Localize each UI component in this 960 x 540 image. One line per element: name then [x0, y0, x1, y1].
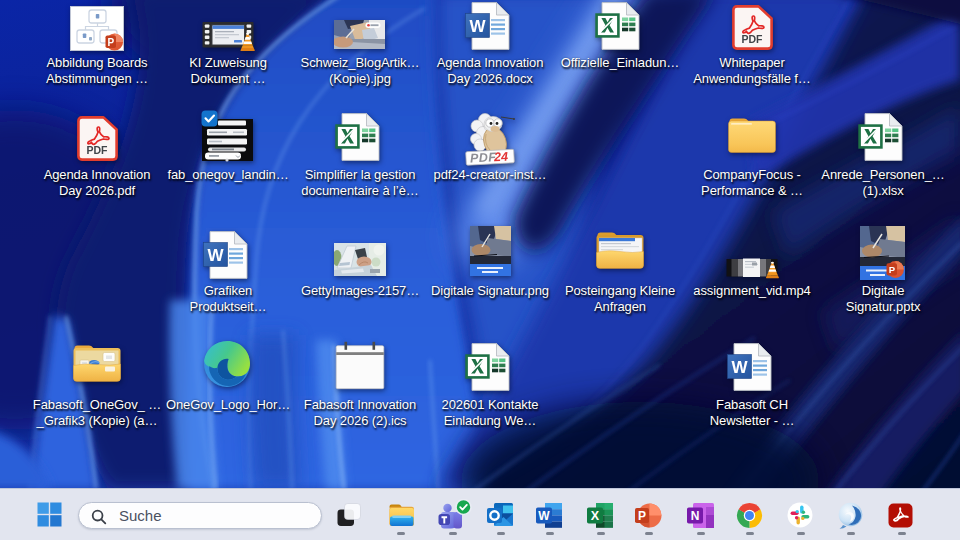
svg-text:W: W: [538, 509, 550, 523]
svg-text:W: W: [207, 246, 224, 265]
svg-text:24: 24: [493, 150, 509, 165]
svg-text:PDF: PDF: [86, 144, 108, 156]
svg-text:W: W: [469, 17, 486, 36]
svg-text:PDF: PDF: [741, 33, 763, 45]
svg-text:N: N: [691, 509, 700, 523]
svg-text:P: P: [638, 508, 646, 522]
svg-text:X: X: [591, 509, 600, 523]
svg-text:P: P: [889, 264, 896, 275]
svg-text:W: W: [731, 358, 748, 377]
svg-text:P: P: [107, 37, 114, 48]
